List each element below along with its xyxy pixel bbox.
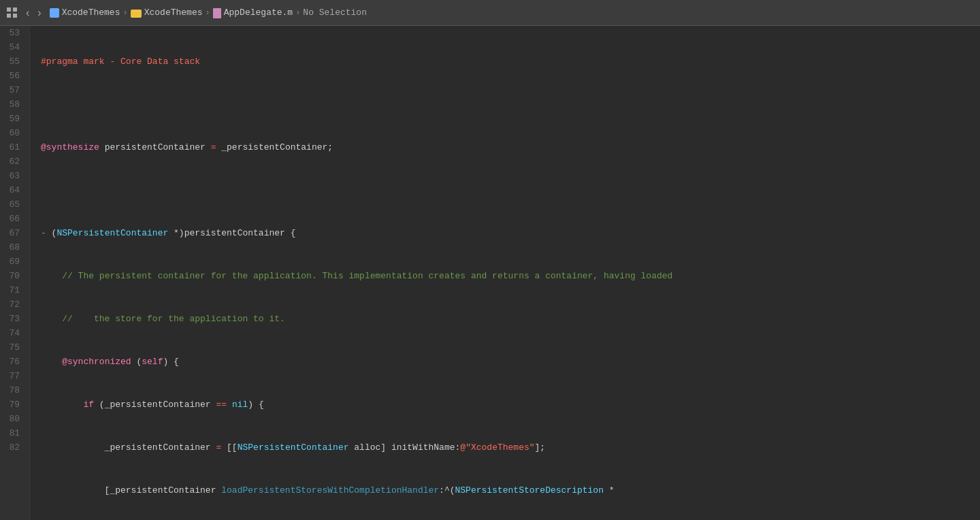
breadcrumb-file[interactable]: AppDelegate.m [213, 7, 293, 18]
ln-68: 68 [0, 240, 24, 255]
breadcrumb-label-1: XcodeThemes [62, 7, 120, 18]
nav-buttons: ‹ › [23, 6, 44, 20]
breadcrumb-label-2: XcodeThemes [144, 7, 203, 18]
ln-81: 81 [0, 426, 24, 440]
ln-74: 74 [0, 326, 24, 340]
ln-73: 73 [0, 312, 24, 326]
ln-76: 76 [0, 355, 24, 369]
ln-82: 82 [0, 440, 24, 455]
code-line-56 [41, 183, 980, 197]
ln-61: 61 [0, 140, 24, 155]
ln-59: 59 [0, 112, 24, 126]
ln-75: 75 [0, 340, 24, 355]
ln-56: 56 [0, 69, 24, 83]
ln-62: 62 [0, 155, 24, 169]
code-line-62: [_persistentContainer loadPersistentStor… [41, 483, 980, 498]
folder-icon [131, 10, 142, 18]
ln-64: 64 [0, 183, 24, 197]
back-button[interactable]: ‹ [23, 6, 32, 20]
ln-70: 70 [0, 269, 24, 283]
breadcrumb-sep-3: › [295, 8, 300, 18]
ln-65: 65 [0, 197, 24, 212]
breadcrumb-folder[interactable]: XcodeThemes [131, 7, 203, 18]
code-line-58b: // the store for the application to it. [41, 312, 980, 326]
ln-72: 72 [0, 297, 24, 312]
code-content[interactable]: #pragma mark - Core Data stack @synthesi… [30, 26, 980, 520]
ln-58: 58 [0, 97, 24, 112]
ln-63: 63 [0, 169, 24, 183]
ln-80: 80 [0, 412, 24, 426]
breadcrumb-label-3: AppDelegate.m [224, 7, 293, 18]
ln-79: 79 [0, 397, 24, 412]
breadcrumb-sep-1: › [122, 8, 127, 18]
ln-78: 78 [0, 383, 24, 397]
code-line-55: @synthesize persistentContainer = _persi… [41, 140, 980, 155]
ln-67: 67 [0, 226, 24, 240]
ln-69: 69 [0, 255, 24, 269]
code-line-59: @synchronized (self) { [41, 355, 980, 369]
code-line-61: _persistentContainer = [[NSPersistentCon… [41, 440, 980, 455]
ln-55: 55 [0, 54, 24, 69]
code-line-54 [41, 97, 980, 112]
ln-57: 57 [0, 83, 24, 97]
toolbar: ‹ › XcodeThemes › XcodeThemes › AppDeleg… [0, 0, 980, 26]
code-area: 53 54 55 56 57 58 59 60 61 62 63 64 65 6… [0, 26, 980, 520]
forward-button[interactable]: › [35, 6, 44, 20]
breadcrumb-sep-2: › [206, 8, 210, 18]
code-line-53: #pragma mark - Core Data stack [41, 54, 980, 69]
file-icon [213, 8, 221, 18]
code-line-60: if (_persistentContainer == nil) { [41, 397, 980, 412]
ln-53: 53 [0, 26, 24, 40]
ln-71: 71 [0, 283, 24, 297]
xcode-icon [50, 8, 59, 18]
breadcrumb-xcodethemes-1[interactable]: XcodeThemes [50, 7, 120, 18]
ln-66: 66 [0, 212, 24, 226]
code-line-58: // The persistent container for the appl… [41, 269, 980, 283]
line-numbers: 53 54 55 56 57 58 59 60 61 62 63 64 65 6… [0, 26, 30, 520]
grid-icon[interactable] [7, 7, 18, 18]
breadcrumb: XcodeThemes › XcodeThemes › AppDelegate.… [50, 7, 367, 18]
ln-77: 77 [0, 369, 24, 383]
breadcrumb-no-selection: No Selection [303, 7, 367, 18]
ln-60: 60 [0, 126, 24, 140]
ln-54: 54 [0, 40, 24, 54]
code-line-57: - (NSPersistentContainer *)persistentCon… [41, 226, 980, 240]
